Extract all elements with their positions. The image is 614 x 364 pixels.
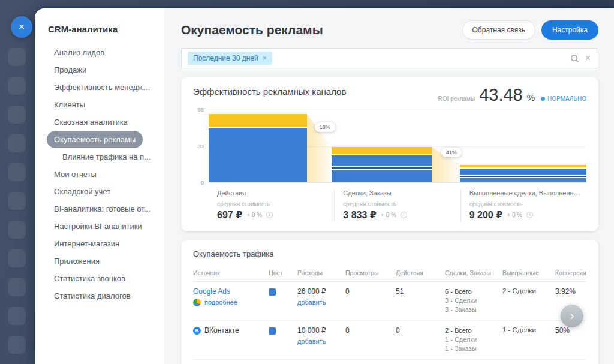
table-column-header[interactable]: Выигранные [502,269,555,276]
traffic-card-title: Окупаемость трафика [193,249,586,258]
deal-line: 1 - Заказы [445,344,498,353]
table-scroll-right-button[interactable]: › [561,305,583,327]
roi-label: ROI рекламы [438,95,475,102]
table-column-header[interactable]: Расходы [297,269,345,276]
stage-cost-value: 697 ₽ [217,209,242,221]
chart-gridline [209,110,586,110]
funnel-bar-segment [209,114,307,127]
conversion-badge: 41% [441,148,462,157]
funnel-y-axis: 66330 [193,110,209,183]
source-cell: Google Adsподробнее [193,287,269,314]
filter-search-bar[interactable]: Последние 30 дней × × [181,48,598,68]
sidebar-menu: Анализ лидовПродажиЭффективность менедже… [47,44,161,305]
funnel-bar[interactable] [209,114,307,182]
sidebar-item[interactable]: Окупаемость рекламы [47,131,143,148]
stage-name: Выполненные сделки, Выполненные заказы [469,189,582,197]
funnel-chart: 66330 18%41% [193,110,586,183]
expenses-add-link[interactable]: добавить [297,338,326,345]
sidebar-item[interactable]: Приложения [47,252,107,270]
sidebar-item[interactable]: Интернет-магазин [47,235,127,252]
source-link[interactable]: Google Ads [193,287,264,296]
sidebar-item[interactable]: Статистика звонков [47,270,133,287]
sidebar-item[interactable]: Статистика диалогов [47,287,138,305]
stage-cost-label: средняя стоимость [217,201,329,207]
views-cell: 0 [345,326,396,353]
google-ads-icon [193,299,201,306]
search-icon[interactable] [570,54,579,63]
traffic-table: ИсточникЦветРасходыПросмотрыДействияСдел… [193,264,586,360]
stage-cost-label: средняя стоимость [343,201,455,207]
info-icon[interactable]: i [401,212,407,218]
expenses-add-line: добавить [297,299,341,306]
settings-button[interactable]: Настройка [541,20,598,40]
funnel-plot-area: 18%41% [209,110,586,183]
expenses-cell: 10 000 ₽добавить [297,326,345,353]
traffic-table-header: ИсточникЦветРасходыПросмотрыДействияСдел… [193,264,586,282]
actions-cell: 51 [396,287,445,314]
deals-cell: 6 - Всего3 - Сделки3 - Заказы [445,287,502,314]
filter-tag[interactable]: Последние 30 дней × [188,52,272,65]
stage-name: Действия [217,189,329,197]
sidebar-title: CRM-аналитика [48,24,161,34]
sidebar-item[interactable]: Мои отчеты [47,166,104,183]
expenses-value: 10 000 ₽ [297,326,341,335]
expenses-add-link[interactable]: добавить [297,299,326,306]
slider-panel: CRM-аналитика Анализ лидовПродажиЭффекти… [35,8,614,364]
background-app-icon [8,249,26,267]
funnel-bar-segment [460,176,586,177]
info-icon[interactable]: i [266,212,273,218]
funnel-bar-segment [460,165,586,167]
sidebar-item[interactable]: Складской учёт [47,183,118,200]
table-column-header[interactable]: Источник [193,269,269,276]
table-column-header[interactable]: Конверсия [555,269,586,276]
source-details-link[interactable]: подробнее [204,299,237,306]
background-app-icon [8,221,26,239]
crm-analytics-sidebar: CRM-аналитика Анализ лидовПродажиЭффекти… [35,8,164,364]
roi-value: 43.48 [479,85,523,105]
table-column-header[interactable]: Действия [396,269,445,276]
stage-cost-value: 9 200 ₽ [469,209,503,221]
sidebar-item[interactable]: Сквозная аналитика [47,113,135,131]
sidebar-item[interactable]: Настройки BI-аналитики [47,218,149,235]
sidebar-item[interactable]: Продажи [47,61,94,79]
sidebar-item[interactable]: Анализ лидов [47,44,112,61]
funnel-bar-segment [332,170,432,182]
stage-name: Сделки, Заказы [343,189,455,197]
traffic-table-body: Google Adsподробнее26 000 ₽добавить0516 … [193,282,586,360]
table-row: Google Adsподробнее26 000 ₽добавить0516 … [193,282,586,321]
info-icon[interactable]: i [526,212,533,218]
views-cell: 0 [345,287,396,314]
background-app-icon [8,336,26,354]
vk-icon: B [193,327,201,335]
filter-tag-remove-icon[interactable]: × [263,54,267,62]
table-column-header[interactable]: Сделки, Заказы [445,269,502,276]
y-axis-tick: 66 [198,107,204,113]
won-value: 2 - Сделки [502,287,550,294]
won-cell: 2 - Сделки [502,287,555,314]
sidebar-item[interactable]: Влияние трафика на п... [55,148,158,166]
sidebar-item[interactable]: Эффективность менедже... [47,79,159,96]
table-column-header[interactable]: Просмотры [345,269,396,276]
close-slider-button[interactable]: × [11,16,32,38]
background-app-icon [8,106,26,124]
status-dot-icon [541,97,545,101]
funnel-bar[interactable] [332,147,432,182]
clear-filter-icon[interactable]: × [584,53,592,64]
conversion-badge: 18% [315,122,335,132]
funnel-bar[interactable] [460,165,586,182]
feedback-button[interactable]: Обратная связь [462,20,535,40]
color-cell [269,326,297,353]
funnel-stage-summary: Выполненные сделки, Выполненные заказыср… [460,189,586,222]
page-header: Окупаемость рекламы Обратная связь Настр… [164,8,614,48]
table-column-header[interactable]: Цвет [269,269,297,276]
main-content: Окупаемость рекламы Обратная связь Настр… [164,8,614,364]
sidebar-item[interactable]: Клиенты [47,96,92,113]
deal-line: 3 - Заказы [445,305,498,314]
roi-unit: % [527,92,535,103]
sidebar-item[interactable]: BI-аналитика: готовые от... [47,200,158,218]
table-row: BВКонтакте10 000 ₽добавить002 - Всего1 -… [193,321,586,360]
expenses-cell: 26 000 ₽добавить [297,287,345,314]
stage-value-row: 9 200 ₽+ 0 %i [469,209,582,221]
funnel-bar-segment [332,167,432,169]
stage-value-row: 3 833 ₽+ 0 %i [343,209,455,221]
